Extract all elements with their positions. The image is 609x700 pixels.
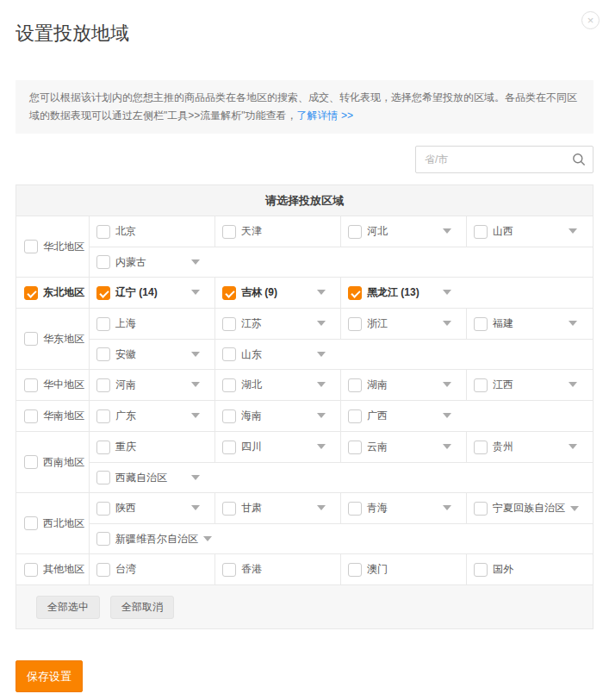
province-checkbox[interactable] bbox=[222, 378, 236, 392]
region-checkbox[interactable] bbox=[24, 240, 38, 253]
search-input[interactable] bbox=[415, 146, 593, 173]
chevron-down-icon[interactable] bbox=[191, 290, 200, 295]
region-cell: 西南地区 bbox=[16, 432, 90, 492]
region-row: 华北地区北京天津河北山西内蒙古 bbox=[16, 216, 593, 278]
chevron-down-icon[interactable] bbox=[317, 444, 326, 449]
province-label: 广东 bbox=[115, 409, 136, 423]
chevron-down-icon[interactable] bbox=[569, 444, 577, 449]
province-checkbox[interactable] bbox=[222, 286, 236, 300]
chevron-down-icon[interactable] bbox=[191, 352, 200, 357]
province-checkbox[interactable] bbox=[222, 317, 236, 331]
chevron-down-icon[interactable] bbox=[569, 382, 577, 387]
region-checkbox[interactable] bbox=[24, 378, 38, 392]
search-icon[interactable] bbox=[572, 153, 586, 166]
province-label: 河北 bbox=[367, 224, 388, 239]
province-checkbox[interactable] bbox=[96, 502, 110, 516]
chevron-down-icon[interactable] bbox=[317, 505, 326, 510]
province-checkbox[interactable] bbox=[222, 502, 236, 516]
province-cell: 江西 bbox=[467, 370, 593, 400]
region-cell: 东北地区 bbox=[16, 278, 90, 308]
province-cell: 陕西 bbox=[90, 493, 215, 523]
region-checkbox[interactable] bbox=[24, 332, 38, 346]
region-checkbox[interactable] bbox=[24, 409, 38, 423]
province-checkbox[interactable] bbox=[474, 563, 488, 577]
region-checkbox[interactable] bbox=[24, 286, 38, 300]
chevron-down-icon[interactable] bbox=[317, 382, 326, 387]
province-label: 山西 bbox=[493, 224, 513, 239]
chevron-down-icon[interactable] bbox=[203, 536, 212, 541]
province-cell: 吉林 (9) bbox=[215, 278, 341, 308]
province-checkbox[interactable] bbox=[474, 441, 488, 454]
region-checkbox[interactable] bbox=[24, 516, 38, 530]
chevron-down-icon[interactable] bbox=[443, 382, 451, 387]
province-checkbox[interactable] bbox=[96, 225, 110, 239]
chevron-down-icon[interactable] bbox=[443, 505, 451, 510]
province-checkbox[interactable] bbox=[96, 286, 110, 300]
chevron-down-icon[interactable] bbox=[191, 475, 200, 480]
province-checkbox[interactable] bbox=[348, 441, 362, 454]
province-checkbox[interactable] bbox=[222, 347, 236, 361]
province-lines: 辽宁 (14)吉林 (9)黑龙江 (13) bbox=[90, 278, 593, 308]
region-row: 西北地区陕西甘肃青海宁夏回族自治区新疆维吾尔自治区 bbox=[16, 493, 593, 554]
select-all-button[interactable]: 全部选中 bbox=[36, 596, 100, 619]
province-checkbox[interactable] bbox=[222, 409, 236, 423]
chevron-down-icon[interactable] bbox=[191, 259, 200, 265]
chevron-down-icon[interactable] bbox=[443, 321, 451, 326]
region-checkbox[interactable] bbox=[24, 455, 38, 469]
province-checkbox[interactable] bbox=[474, 378, 488, 392]
province-label: 新疆维吾尔自治区 bbox=[115, 532, 198, 547]
province-label: 甘肃 bbox=[241, 501, 262, 516]
province-cell: 澳门 bbox=[341, 554, 467, 584]
chevron-down-icon[interactable] bbox=[570, 506, 579, 511]
province-checkbox[interactable] bbox=[96, 409, 110, 423]
region-checkbox[interactable] bbox=[24, 563, 38, 577]
chevron-down-icon[interactable] bbox=[317, 321, 326, 326]
learn-more-link[interactable]: 了解详情 >> bbox=[297, 109, 353, 122]
province-checkbox[interactable] bbox=[348, 225, 362, 239]
chevron-down-icon[interactable] bbox=[443, 413, 451, 418]
province-label: 澳门 bbox=[367, 562, 388, 577]
chevron-down-icon[interactable] bbox=[443, 290, 451, 295]
province-checkbox[interactable] bbox=[474, 225, 488, 239]
chevron-down-icon[interactable] bbox=[443, 444, 451, 449]
province-checkbox[interactable] bbox=[96, 563, 110, 577]
region-cell: 其他地区 bbox=[16, 554, 90, 584]
province-checkbox[interactable] bbox=[222, 225, 236, 239]
province-checkbox[interactable] bbox=[348, 286, 362, 300]
province-checkbox[interactable] bbox=[474, 502, 488, 516]
province-checkbox[interactable] bbox=[348, 317, 362, 331]
province-checkbox[interactable] bbox=[96, 347, 110, 361]
chevron-down-icon[interactable] bbox=[191, 413, 200, 418]
province-checkbox[interactable] bbox=[222, 441, 236, 454]
province-label: 上海 bbox=[115, 316, 136, 331]
province-line: 新疆维吾尔自治区 bbox=[90, 523, 593, 553]
province-label: 四川 bbox=[241, 440, 262, 454]
province-cell: 上海 bbox=[90, 309, 215, 339]
chevron-down-icon[interactable] bbox=[317, 413, 326, 418]
cancel-all-button[interactable]: 全部取消 bbox=[110, 596, 174, 619]
province-checkbox[interactable] bbox=[348, 378, 362, 392]
province-checkbox[interactable] bbox=[96, 532, 110, 546]
province-checkbox[interactable] bbox=[348, 409, 362, 423]
region-label: 其他地区 bbox=[43, 562, 84, 577]
province-checkbox[interactable] bbox=[222, 563, 236, 577]
province-checkbox[interactable] bbox=[348, 502, 362, 516]
close-icon[interactable]: × bbox=[581, 11, 600, 29]
province-checkbox[interactable] bbox=[348, 563, 362, 577]
province-checkbox[interactable] bbox=[96, 255, 110, 269]
chevron-down-icon[interactable] bbox=[191, 382, 200, 387]
province-checkbox[interactable] bbox=[96, 471, 110, 484]
province-checkbox[interactable] bbox=[96, 441, 110, 454]
chevron-down-icon[interactable] bbox=[569, 228, 577, 234]
province-checkbox[interactable] bbox=[96, 378, 110, 392]
chevron-down-icon[interactable] bbox=[317, 352, 326, 357]
chevron-down-icon[interactable] bbox=[191, 505, 200, 510]
province-checkbox[interactable] bbox=[96, 317, 110, 331]
province-checkbox[interactable] bbox=[474, 317, 488, 331]
chevron-down-icon[interactable] bbox=[443, 228, 451, 234]
save-settings-button[interactable]: 保存设置 bbox=[16, 660, 83, 692]
chevron-down-icon[interactable] bbox=[569, 321, 577, 326]
chevron-down-icon[interactable] bbox=[317, 290, 326, 295]
province-lines: 河南湖北湖南江西 bbox=[90, 370, 593, 400]
province-cell: 广西 bbox=[341, 401, 593, 431]
